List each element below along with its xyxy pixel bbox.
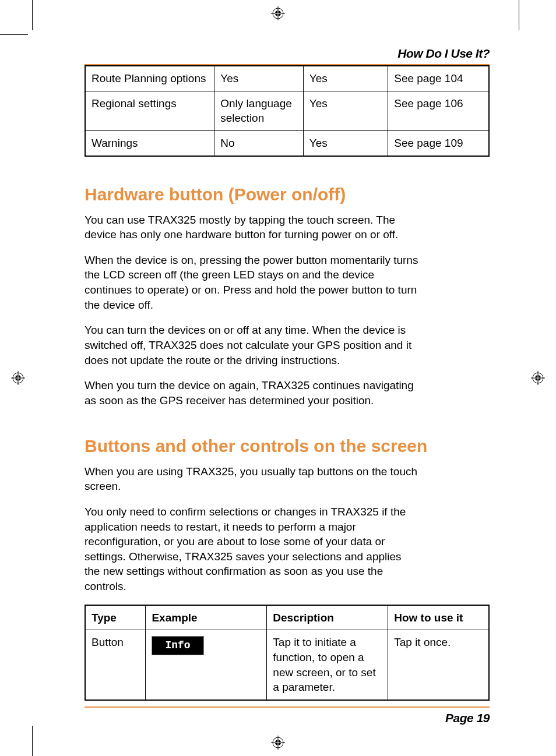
page-footer: Page 19 — [85, 706, 490, 725]
setting-name: Warnings — [85, 130, 214, 156]
table-row: Route Planning options Yes Yes See page … — [85, 66, 489, 91]
crop-mark — [32, 0, 33, 30]
setting-ref: See page 109 — [388, 130, 489, 156]
setting-val2: Yes — [303, 66, 388, 91]
setting-ref: See page 106 — [388, 91, 489, 130]
setting-val2: Yes — [303, 91, 388, 130]
table-header-row: Type Example Description How to use it — [85, 605, 489, 630]
col-header-how: How to use it — [388, 605, 489, 630]
body-paragraph: You only need to confirm selections or c… — [85, 504, 490, 594]
setting-name: Regional settings — [85, 91, 214, 130]
body-paragraph: You can turn the devices on or off at an… — [85, 323, 490, 368]
table-row: Warnings No Yes See page 109 — [85, 130, 489, 156]
body-paragraph: When you turn the device on again, TRAX3… — [85, 378, 490, 408]
setting-val1: Yes — [214, 66, 303, 91]
page-number: Page 19 — [445, 711, 490, 725]
section-heading-hardware: Hardware button (Power on/off) — [85, 185, 490, 204]
settings-table: Route Planning options Yes Yes See page … — [85, 65, 490, 157]
crop-mark — [0, 34, 28, 35]
body-paragraph: When you are using TRAX325, you usually … — [85, 464, 490, 494]
page-header-title: How Do I Use It? — [85, 47, 490, 65]
control-how: Tap it once. — [388, 630, 489, 700]
body-paragraph: When the device is on, pressing the powe… — [85, 253, 490, 313]
col-header-example: Example — [146, 605, 267, 630]
section-heading-buttons: Buttons and other controls on the screen — [85, 436, 490, 456]
crop-mark — [32, 726, 33, 756]
crop-mark — [519, 0, 519, 30]
body-paragraph: You can use TRAX325 mostly by tapping th… — [85, 213, 490, 242]
col-header-description: Description — [267, 605, 388, 630]
registration-mark-icon — [271, 736, 285, 750]
setting-val1: No — [214, 130, 303, 156]
controls-table: Type Example Description How to use it B… — [85, 605, 490, 701]
control-example: Info — [146, 630, 267, 700]
registration-mark-icon — [11, 371, 25, 385]
table-row: Button Info Tap it to initiate a functio… — [85, 630, 489, 700]
registration-mark-icon — [531, 371, 545, 385]
setting-val2: Yes — [303, 130, 388, 156]
setting-val1: Only language selection — [214, 91, 303, 130]
setting-name: Route Planning options — [85, 66, 214, 91]
registration-mark-icon — [271, 6, 285, 20]
table-row: Regional settings Only language selectio… — [85, 91, 489, 130]
control-type: Button — [85, 630, 146, 700]
info-button-example: Info — [152, 636, 203, 655]
control-description: Tap it to initiate a function, to open a… — [267, 630, 388, 700]
setting-ref: See page 104 — [388, 66, 489, 91]
col-header-type: Type — [85, 605, 146, 630]
